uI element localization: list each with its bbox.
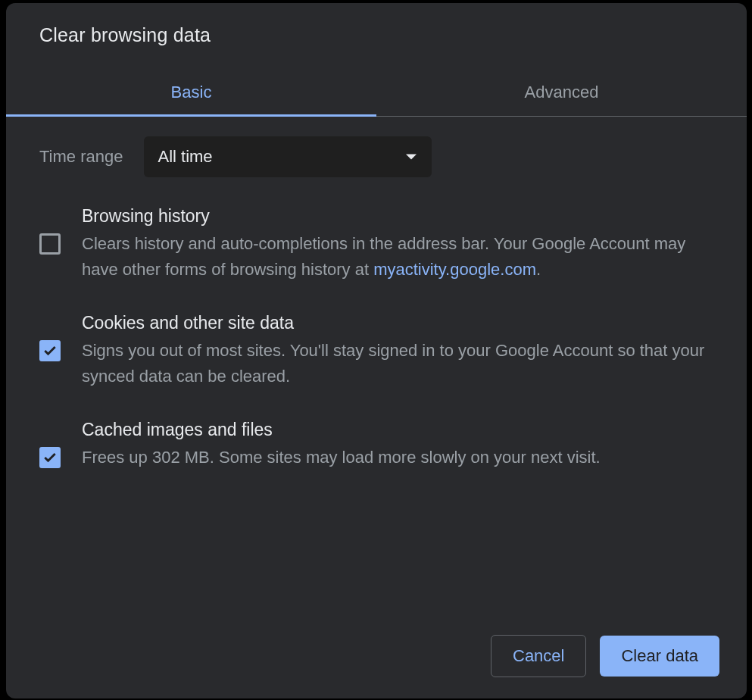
dialog-content: Time range All time Browsing history Cle… xyxy=(6,117,747,470)
tabs: Basic Advanced xyxy=(6,69,747,117)
time-range-selected-value: All time xyxy=(158,147,212,167)
time-range-label: Time range xyxy=(39,147,123,167)
option-cache: Cached images and files Frees up 302 MB.… xyxy=(39,420,713,470)
clear-browsing-data-dialog: Clear browsing data Basic Advanced Time … xyxy=(6,3,747,698)
option-desc: Signs you out of most sites. You'll stay… xyxy=(82,338,713,389)
check-icon xyxy=(42,343,58,358)
option-browsing-history: Browsing history Clears history and auto… xyxy=(39,206,713,283)
option-desc: Clears history and auto-completions in t… xyxy=(82,231,713,283)
chevron-down-icon xyxy=(406,155,417,160)
option-title: Cached images and files xyxy=(82,420,713,440)
checkbox-cookies[interactable] xyxy=(39,340,61,361)
cancel-button[interactable]: Cancel xyxy=(491,635,586,677)
option-cookies: Cookies and other site data Signs you ou… xyxy=(39,313,713,389)
myactivity-link[interactable]: myactivity.google.com xyxy=(373,260,536,279)
option-text: Cached images and files Frees up 302 MB.… xyxy=(82,420,713,470)
option-title: Browsing history xyxy=(82,206,713,227)
time-range-select[interactable]: All time xyxy=(144,136,432,177)
time-range-row: Time range All time xyxy=(39,136,713,177)
dialog-footer: Cancel Clear data xyxy=(491,635,719,677)
option-text: Cookies and other site data Signs you ou… xyxy=(82,313,713,389)
checkbox-browsing-history[interactable] xyxy=(39,233,61,255)
check-icon xyxy=(42,450,58,465)
clear-data-button[interactable]: Clear data xyxy=(600,636,719,677)
option-desc-post: . xyxy=(536,260,541,279)
dialog-title: Clear browsing data xyxy=(6,3,747,46)
option-desc: Frees up 302 MB. Some sites may load mor… xyxy=(82,445,713,470)
checkbox-cache[interactable] xyxy=(39,447,61,468)
option-text: Browsing history Clears history and auto… xyxy=(82,206,713,283)
tab-advanced[interactable]: Advanced xyxy=(376,69,747,116)
option-title: Cookies and other site data xyxy=(82,313,713,333)
tab-basic[interactable]: Basic xyxy=(6,69,376,116)
